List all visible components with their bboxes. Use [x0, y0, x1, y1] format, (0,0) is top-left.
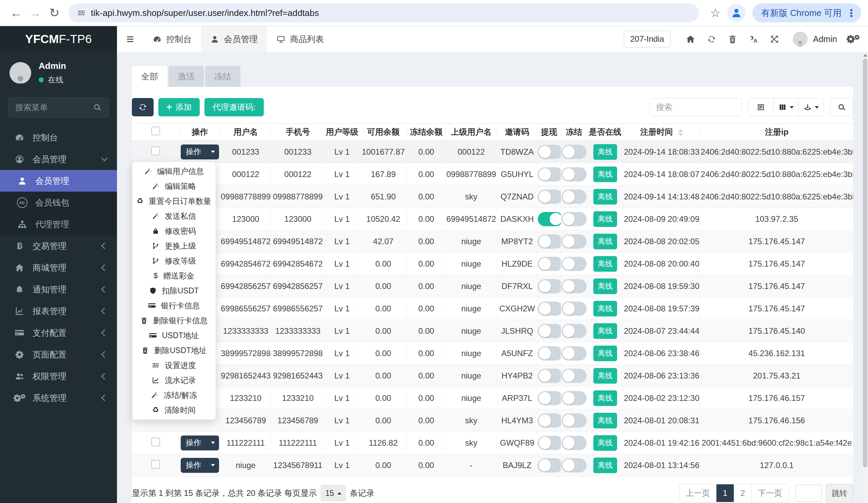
jump-button[interactable]: 跳转: [826, 484, 853, 502]
action-menu-item-11[interactable]: USDT地址: [132, 328, 216, 343]
freeze-toggle[interactable]: [561, 189, 587, 204]
action-menu-item-15[interactable]: 冻结/解冻: [132, 388, 216, 403]
action-menu-item-1[interactable]: 编辑策略: [132, 179, 216, 194]
action-menu-item-0[interactable]: 编辑用户信息: [132, 164, 216, 179]
sort-icon[interactable]: [678, 129, 683, 136]
column-header-8[interactable]: 提现: [537, 123, 561, 141]
sidebar-subitem-1-2[interactable]: 代理管理: [0, 213, 117, 235]
freeze-toggle[interactable]: [561, 346, 587, 361]
scrollbar-thumb[interactable]: [863, 59, 867, 468]
table-search-input[interactable]: 搜索: [650, 98, 742, 116]
pagination-prev[interactable]: 上一页: [680, 484, 716, 502]
freeze-toggle[interactable]: [561, 436, 587, 450]
column-header-11[interactable]: 注册时间: [623, 123, 700, 141]
freeze-toggle[interactable]: [561, 413, 587, 428]
action-menu-item-5[interactable]: 更换上级: [132, 238, 216, 253]
withdraw-toggle[interactable]: [538, 234, 561, 249]
search-icon[interactable]: [93, 103, 102, 112]
freeze-toggle[interactable]: [561, 234, 587, 249]
sidebar-search-input[interactable]: 搜索菜单: [8, 97, 109, 118]
action-menu-item-3[interactable]: 发送私信: [132, 208, 216, 224]
refresh-icon[interactable]: [701, 34, 722, 44]
sidebar-item-1[interactable]: 会员管理: [0, 148, 117, 170]
navbar-tab-0[interactable]: 控制台: [143, 26, 201, 52]
refresh-button[interactable]: [132, 98, 154, 116]
withdraw-toggle[interactable]: [538, 436, 561, 450]
withdraw-toggle[interactable]: [538, 391, 561, 405]
withdraw-toggle[interactable]: [538, 369, 561, 383]
action-menu-item-8[interactable]: 扣除USDT: [132, 283, 216, 298]
action-menu-item-7[interactable]: $赠送彩金: [132, 268, 216, 283]
withdraw-toggle[interactable]: [538, 458, 561, 472]
tune-icon[interactable]: [77, 9, 85, 17]
freeze-toggle[interactable]: [561, 257, 587, 271]
caret-down-icon[interactable]: [206, 458, 219, 473]
action-menu-item-9[interactable]: 银行卡信息: [132, 298, 216, 313]
page-size-select[interactable]: 15: [321, 485, 346, 501]
page-scrollbar[interactable]: [862, 52, 868, 503]
select-all-checkbox[interactable]: [151, 126, 160, 135]
column-header-10[interactable]: 是否在线: [587, 123, 623, 141]
withdraw-toggle[interactable]: [538, 189, 561, 204]
action-button[interactable]: 操作: [181, 435, 219, 450]
address-bar[interactable]: tik-api.hwym.shop/super/user.user/index.…: [69, 3, 699, 22]
row-checkbox[interactable]: [151, 460, 160, 469]
sidebar-item-3[interactable]: 商城管理: [0, 257, 117, 278]
pagination-page-1[interactable]: 1: [716, 484, 734, 502]
browser-back-icon[interactable]: ←: [7, 3, 26, 22]
withdraw-toggle[interactable]: [538, 324, 561, 338]
action-menu-item-6[interactable]: 修改等级: [132, 253, 216, 268]
sidebar-item-7[interactable]: 页面配置: [0, 343, 117, 365]
withdraw-toggle[interactable]: [538, 413, 561, 428]
row-checkbox[interactable]: [151, 438, 160, 446]
action-menu-item-4[interactable]: 修改密码: [132, 224, 216, 238]
home-icon[interactable]: [680, 34, 701, 44]
action-button[interactable]: 操作: [181, 458, 219, 473]
action-menu-item-14[interactable]: 流水记录: [132, 373, 216, 388]
navbar-avatar[interactable]: [793, 32, 808, 47]
freeze-toggle[interactable]: [561, 279, 587, 294]
freeze-toggle[interactable]: [561, 301, 587, 316]
column-header-12[interactable]: 注册ip: [700, 123, 853, 141]
action-menu-item-12[interactable]: 删除USDT地址: [132, 343, 216, 358]
action-button[interactable]: 操作: [181, 144, 219, 160]
export-button[interactable]: [798, 99, 824, 116]
sidebar-item-2[interactable]: 交易管理: [0, 235, 117, 257]
navbar-tab-2[interactable]: 商品列表: [267, 26, 333, 52]
withdraw-toggle[interactable]: [538, 346, 561, 361]
sidebar-subitem-1-1[interactable]: cc会员钱包: [0, 192, 117, 213]
sidebar-subitem-1-0[interactable]: 会员管理: [0, 170, 117, 192]
navbar-user-name[interactable]: Admin: [813, 34, 837, 44]
sidebar-item-9[interactable]: 系统管理: [0, 387, 117, 409]
freeze-toggle[interactable]: [561, 458, 587, 472]
column-header-1[interactable]: 用户名: [220, 123, 271, 141]
trash-icon[interactable]: [722, 34, 743, 44]
withdraw-toggle[interactable]: [538, 279, 561, 294]
column-header-7[interactable]: 邀请码: [497, 123, 537, 141]
sidebar-item-4[interactable]: 通知管理: [0, 278, 117, 300]
freeze-toggle[interactable]: [561, 369, 587, 383]
browser-menu-icon[interactable]: ⋮: [846, 7, 857, 19]
row-checkbox[interactable]: [151, 146, 160, 155]
browser-profile-avatar[interactable]: [727, 4, 746, 22]
detail-view-button[interactable]: [748, 99, 773, 116]
column-header-4[interactable]: 可用余额: [359, 123, 407, 141]
browser-forward-icon[interactable]: →: [26, 3, 45, 22]
add-button[interactable]: +添加: [158, 98, 200, 116]
action-menu-item-16[interactable]: ♻清除时间: [132, 403, 216, 418]
tab-0[interactable]: 全部: [132, 66, 167, 87]
column-header-9[interactable]: 冻结: [561, 123, 587, 141]
action-menu-item-13[interactable]: 设置进度: [132, 358, 216, 373]
column-header-0[interactable]: 操作: [179, 123, 220, 141]
freeze-toggle[interactable]: [561, 391, 587, 405]
withdraw-toggle[interactable]: [538, 212, 561, 226]
withdraw-toggle[interactable]: [538, 257, 561, 271]
agent-invite-code-button[interactable]: 代理邀请码:: [205, 98, 264, 116]
bookmark-star-icon[interactable]: ☆: [710, 6, 721, 20]
withdraw-toggle[interactable]: [538, 167, 561, 182]
region-button[interactable]: 207-India: [624, 31, 671, 48]
caret-down-icon[interactable]: [206, 435, 219, 450]
navbar-tab-1[interactable]: 会员管理: [201, 26, 267, 52]
sidebar-item-0[interactable]: 控制台: [0, 126, 117, 148]
scrollbar-up-icon[interactable]: [863, 54, 867, 57]
